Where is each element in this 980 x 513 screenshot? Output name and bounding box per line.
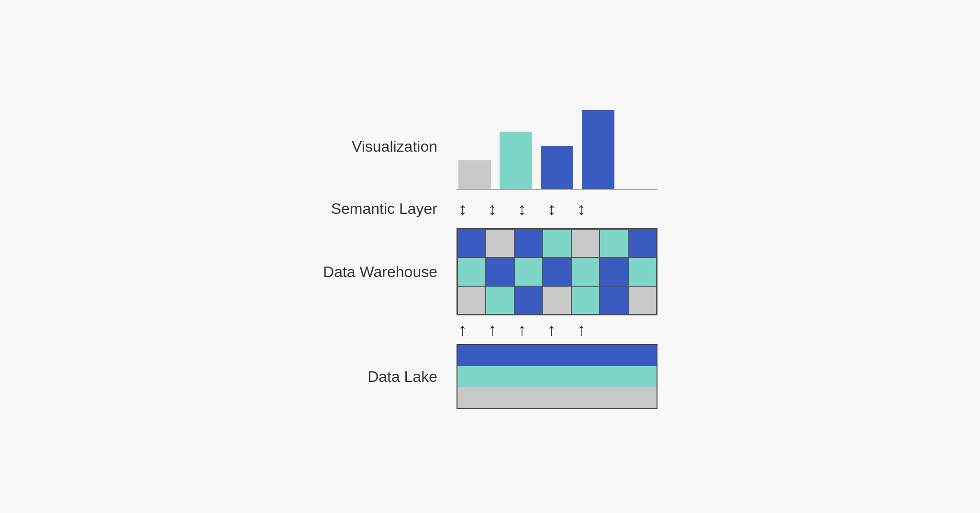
dw-cell-0-4 bbox=[571, 229, 600, 257]
dl-row-0 bbox=[457, 345, 657, 366]
dw-cell-0-2 bbox=[514, 229, 543, 257]
dw-cell-0-0 bbox=[457, 229, 486, 257]
bar-0 bbox=[458, 160, 491, 189]
up-arrow-1: ↑ bbox=[488, 321, 497, 338]
dw-cell-1-6 bbox=[628, 257, 657, 286]
dl-row-2 bbox=[457, 387, 657, 408]
dw-cell-0-5 bbox=[600, 229, 628, 257]
semantic-layer-row: Semantic Layer ↕↕↕↕↕ bbox=[323, 195, 657, 223]
data-warehouse-row: Data Warehouse bbox=[323, 228, 657, 315]
data-warehouse-visual bbox=[457, 228, 657, 315]
up-arrow-0: ↑ bbox=[458, 321, 467, 338]
up-arrows-row: ↑↑↑↑↑ bbox=[323, 315, 657, 344]
visualization-label: Visualization bbox=[323, 138, 437, 156]
dw-cell-1-3 bbox=[543, 257, 571, 286]
dw-cell-2-1 bbox=[486, 286, 514, 314]
data-warehouse-label: Data Warehouse bbox=[323, 263, 437, 281]
semantic-arrow-1: ↕ bbox=[488, 201, 497, 218]
data-lake-row: Data Lake bbox=[323, 344, 657, 409]
dw-cell-1-2 bbox=[514, 257, 543, 286]
data-warehouse-grid bbox=[457, 228, 657, 315]
dw-cell-1-4 bbox=[571, 257, 600, 286]
semantic-arrow-4: ↕ bbox=[577, 201, 586, 218]
data-lake-visual bbox=[457, 344, 657, 409]
visualization-visual bbox=[457, 104, 657, 190]
dw-cell-2-0 bbox=[457, 286, 486, 314]
dw-cell-1-0 bbox=[457, 257, 486, 286]
dw-cell-0-3 bbox=[543, 229, 571, 257]
dw-cell-1-1 bbox=[486, 257, 514, 286]
dw-cell-2-3 bbox=[543, 286, 571, 314]
visualization-row: Visualization bbox=[323, 104, 657, 190]
semantic-arrow-0: ↕ bbox=[458, 201, 467, 218]
dw-cell-0-6 bbox=[628, 229, 657, 257]
bar-chart bbox=[457, 104, 657, 190]
semantic-layer-visual: ↕↕↕↕↕ bbox=[457, 195, 657, 223]
up-arrow-3: ↑ bbox=[547, 321, 556, 338]
up-arrows: ↑↑↑↑↑ bbox=[457, 315, 657, 344]
dw-cell-2-4 bbox=[571, 286, 600, 314]
semantic-arrow-3: ↕ bbox=[547, 201, 556, 218]
semantic-arrow-2: ↕ bbox=[518, 201, 526, 218]
data-lake-block bbox=[457, 344, 657, 409]
bar-3 bbox=[582, 110, 614, 189]
up-arrow-2: ↑ bbox=[518, 321, 526, 338]
dw-cell-2-6 bbox=[628, 286, 657, 314]
data-lake-label: Data Lake bbox=[323, 368, 437, 386]
semantic-arrows: ↕↕↕↕↕ bbox=[457, 195, 657, 223]
architecture-diagram: Visualization Semantic Layer ↕↕↕↕↕ Data … bbox=[323, 104, 657, 409]
up-arrows-visual: ↑↑↑↑↑ bbox=[457, 315, 657, 344]
bar-1 bbox=[500, 132, 532, 189]
dw-cell-2-5 bbox=[600, 286, 628, 314]
bar-2 bbox=[541, 146, 573, 189]
up-arrow-4: ↑ bbox=[577, 321, 586, 338]
dl-row-1 bbox=[457, 366, 657, 387]
dw-cell-0-1 bbox=[486, 229, 514, 257]
semantic-layer-label: Semantic Layer bbox=[323, 200, 437, 218]
dw-cell-2-2 bbox=[514, 286, 543, 314]
dw-cell-1-5 bbox=[600, 257, 628, 286]
